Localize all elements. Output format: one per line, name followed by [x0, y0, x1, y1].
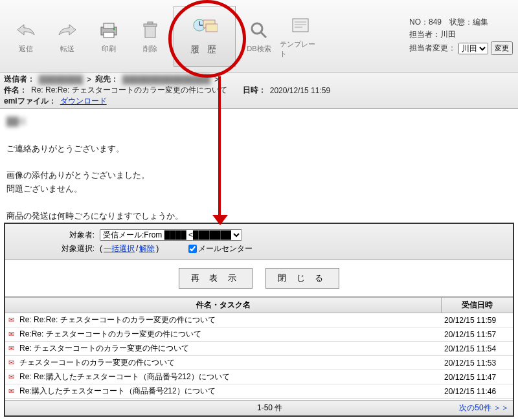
target-select[interactable]: 受信メール:From ████ <████████> ∨	[100, 229, 242, 241]
mail-icon: ✉	[5, 387, 17, 395]
table-row[interactable]: ✉Re:購入したチェスターコート（商品番号212）について20/12/15 11…	[5, 384, 513, 399]
search-icon	[247, 18, 271, 41]
history-icon	[192, 16, 218, 41]
assignee-select[interactable]: 川田	[458, 43, 488, 54]
print-button[interactable]: 印刷	[88, 7, 130, 65]
table-row[interactable]: ✉Re: Re:Re: チェスターコートのカラー変更の件について20/12/15…	[5, 313, 513, 327]
main-toolbar: 返信 転送 印刷 削除 履 歴 DB検索 テンプレート NO：849 状態：編集…	[0, 0, 518, 72]
row-subject: Re: チェスターコートのカラー変更の件について	[17, 342, 442, 355]
svg-rect-2	[104, 32, 114, 38]
svg-rect-11	[206, 24, 218, 32]
history-table: 件名・タスク名 受信日時 ✉Re: Re:Re: チェスターコートのカラー変更の…	[5, 297, 513, 415]
svg-rect-6	[148, 22, 153, 24]
mail-icon: ✉	[5, 359, 17, 367]
redisplay-button[interactable]: 再 表 示	[179, 268, 253, 289]
row-date: 20/12/15 11:59	[442, 315, 513, 326]
mailcenter-checkbox[interactable]	[188, 245, 197, 253]
body-line2: 画像の添付ありがとうございました。	[6, 169, 512, 182]
eml-download-link[interactable]: ダウンロード	[60, 96, 107, 107]
body-line4: 商品の発送は何時ごろになりますでしょうか。	[6, 210, 512, 223]
dbsearch-button[interactable]: DB検索	[238, 7, 280, 65]
subject-value: Re: Re:Re: チェスターコートのカラー変更の件について	[31, 85, 227, 96]
row-date: 20/12/15 11:54	[442, 343, 513, 355]
history-label: 履 歴	[190, 44, 219, 56]
close-button[interactable]: 閉 じ る	[265, 268, 339, 289]
row-subject: Re: Re:Re: チェスターコートのカラー変更の件について	[17, 313, 442, 327]
mail-icon: ✉	[5, 330, 17, 338]
table-row[interactable]: ✉Re: チェスターコートのカラー変更の件について20/12/15 11:54	[5, 342, 513, 356]
record-number: NO：849	[409, 17, 442, 27]
template-icon	[289, 14, 312, 37]
target-label: 対象者:	[10, 230, 95, 241]
svg-rect-4	[145, 26, 155, 38]
svg-point-3	[113, 28, 115, 30]
history-window: 対象者: 受信メール:From ████ <████████> ∨ 対象選択: …	[4, 223, 514, 417]
trash-icon	[139, 18, 162, 41]
addr-value: ████████████████	[122, 75, 210, 84]
row-subject: Re: Re:購入したチェスターコート（商品番号212）について	[17, 370, 442, 384]
row-subject: Re:購入したチェスターコート（商品番号212）について	[17, 384, 442, 398]
template-button[interactable]: テンプレート	[280, 7, 321, 65]
row-subject: Re:Re: チェスターコートのカラー変更の件について	[17, 327, 442, 341]
sender-label: 送信者：	[4, 74, 35, 85]
message-body: ██様 ご連絡ありがとうございます。 画像の添付ありがとうございました。 問題ご…	[0, 109, 518, 219]
batch-clear-link[interactable]: 解除	[139, 244, 155, 253]
subject-label: 件名：	[4, 85, 27, 96]
sender-value: ████████	[39, 75, 83, 84]
history-filter-bar: 対象者: 受信メール:From ████ <████████> ∨ 対象選択: …	[5, 224, 513, 260]
col-date: 受信日時	[442, 298, 513, 313]
table-row[interactable]: ✉チェスターコートのカラー変更の件について20/12/15 11:53	[5, 356, 513, 370]
svg-rect-14	[293, 19, 308, 32]
row-subject: チェスターコートのカラー変更の件について	[17, 356, 442, 370]
addr-label: 宛先：	[95, 74, 118, 85]
body-greeting: ██様	[6, 115, 27, 129]
history-buttons: 再 表 示 閉 じ る	[5, 260, 513, 297]
printer-icon	[97, 18, 120, 41]
row-date: 20/12/15 11:53	[442, 357, 513, 369]
history-footer: 1-50 件 次の50件 ＞＞	[5, 400, 513, 415]
svg-rect-1	[104, 23, 114, 28]
history-button[interactable]: 履 歴	[174, 6, 236, 67]
row-date: 20/12/15 11:57	[442, 329, 513, 340]
body-line3: 問題ございません。	[6, 182, 512, 196]
history-table-body: ✉Re: Re:Re: チェスターコートのカラー変更の件について20/12/15…	[5, 313, 513, 400]
pager-label: 1-50 件	[80, 403, 459, 414]
forward-icon	[56, 18, 79, 41]
highlight-arrow-line	[218, 76, 221, 217]
assignee-change-label: 担当者変更：	[409, 43, 456, 54]
date-value: 2020/12/15 11:59	[270, 86, 330, 95]
delete-button[interactable]: 削除	[130, 7, 171, 65]
change-button[interactable]: 変更	[491, 41, 513, 55]
reply-icon	[14, 18, 38, 41]
next-page-link[interactable]: 次の50件 ＞＞	[459, 403, 509, 414]
message-header: 送信者： ████████ > 宛先： ████████████████ > 件…	[0, 72, 518, 109]
batch-select-link[interactable]: 一括選択	[104, 244, 135, 253]
table-row[interactable]: ✉Re:Re: チェスターコートのカラー変更の件について20/12/15 11:…	[5, 327, 513, 342]
body-line1: ご連絡ありがとうございます。	[6, 142, 512, 156]
mail-icon: ✉	[5, 316, 17, 324]
svg-point-12	[252, 23, 262, 34]
forward-button[interactable]: 転送	[47, 7, 88, 65]
toolbar-info: NO：849 状態：編集 担当者：川田 担当者変更： 川田 変更	[409, 17, 513, 55]
row-date: 20/12/15 11:47	[442, 371, 513, 383]
col-subject: 件名・タスク名	[5, 298, 442, 313]
svg-rect-5	[144, 24, 157, 27]
row-date: 20/12/15 11:46	[442, 386, 513, 397]
highlight-arrow-head	[212, 215, 228, 225]
status-label: 状態：編集	[449, 17, 488, 27]
mail-icon: ✉	[5, 373, 17, 381]
mailcenter-label: メールセンター	[198, 243, 253, 254]
eml-label: emlファイル：	[4, 96, 56, 107]
reply-button[interactable]: 返信	[5, 7, 47, 65]
assignee-label: 担当者：川田	[409, 29, 456, 40]
history-table-head: 件名・タスク名 受信日時	[5, 297, 513, 313]
table-row[interactable]: ✉Re: Re:購入したチェスターコート（商品番号212）について20/12/1…	[5, 370, 513, 384]
select-label: 対象選択:	[10, 243, 95, 254]
mail-icon: ✉	[5, 344, 17, 353]
date-label: 日時：	[243, 85, 266, 96]
svg-line-13	[261, 32, 266, 38]
